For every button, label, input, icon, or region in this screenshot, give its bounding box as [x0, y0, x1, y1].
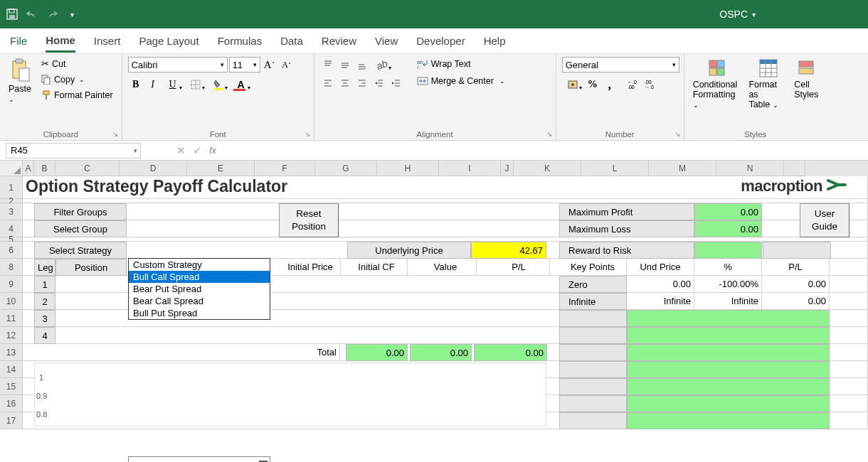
qat-customize-icon[interactable]: ▾ — [65, 8, 78, 21]
svg-rect-4 — [16, 59, 23, 63]
align-bottom-icon[interactable] — [354, 57, 370, 72]
col-header[interactable] — [784, 161, 805, 176]
font-size-combo[interactable]: 11▾ — [229, 57, 260, 72]
orientation-icon[interactable]: ab — [371, 57, 393, 72]
col-header[interactable]: M — [649, 161, 716, 176]
merge-center-button[interactable]: Merge & Center⌄ — [414, 74, 508, 88]
reset-position-button[interactable]: Reset Position — [279, 203, 339, 237]
tab-help[interactable]: Help — [484, 31, 506, 51]
percent-format-icon[interactable]: % — [585, 77, 600, 92]
font-color-button[interactable]: A — [231, 77, 252, 92]
col-header[interactable]: N — [716, 161, 784, 176]
name-box[interactable]: R45▾ — [6, 143, 141, 159]
accept-formula-icon[interactable]: ✓ — [193, 144, 202, 157]
fill-color-button[interactable] — [208, 77, 229, 92]
conditional-formatting-button[interactable]: ConditionalFormatting ⌄ — [690, 57, 745, 127]
align-left-icon[interactable] — [320, 75, 336, 91]
col-header[interactable]: A — [23, 161, 34, 176]
copy-button[interactable]: Copy⌄ — [38, 73, 116, 86]
number-launcher-icon[interactable]: ↘ — [672, 129, 682, 139]
strategy-option[interactable]: Custom Strategy — [129, 259, 270, 271]
row-header[interactable]: 9 — [0, 276, 23, 293]
leg-num: 2 — [34, 293, 55, 310]
underline-button[interactable]: U — [162, 77, 184, 92]
borders-button[interactable] — [185, 77, 206, 92]
row-header[interactable]: 12 — [0, 327, 23, 344]
tab-insert[interactable]: Insert — [94, 31, 121, 51]
alignment-launcher-icon[interactable]: ↘ — [544, 129, 554, 139]
row-header[interactable]: 16 — [0, 395, 23, 412]
row-header[interactable]: 6 — [0, 242, 23, 259]
col-header[interactable]: K — [514, 161, 581, 176]
col-header[interactable]: E — [187, 161, 255, 176]
decrease-font-icon[interactable]: A˅ — [279, 57, 295, 72]
align-top-icon[interactable] — [320, 57, 336, 72]
tab-view[interactable]: View — [375, 31, 398, 51]
align-center-icon[interactable] — [337, 75, 353, 91]
tab-developer[interactable]: Developer — [416, 31, 465, 51]
increase-decimal-icon[interactable]: ←.0.00 — [626, 77, 642, 92]
tab-formulas[interactable]: Formulas — [218, 31, 263, 51]
col-header[interactable]: F — [255, 161, 315, 176]
row-header[interactable]: 8 — [0, 259, 23, 276]
decrease-indent-icon[interactable] — [371, 75, 387, 91]
tab-data[interactable]: Data — [280, 31, 303, 51]
font-name-combo[interactable]: Calibri▾ — [128, 57, 228, 72]
row-header[interactable]: 13 — [0, 344, 23, 361]
row-header[interactable]: 15 — [0, 378, 23, 395]
align-right-icon[interactable] — [354, 75, 370, 91]
comma-format-icon[interactable]: , — [602, 77, 618, 92]
col-header[interactable]: G — [315, 161, 377, 176]
align-middle-icon[interactable] — [337, 57, 353, 72]
select-all-corner[interactable] — [0, 161, 23, 176]
tab-page-layout[interactable]: Page Layout — [139, 31, 199, 51]
col-header[interactable]: D — [120, 161, 187, 176]
filter-groups-select[interactable]: Named Groups — [128, 456, 270, 462]
format-as-table-button[interactable]: Format asTable ⌄ — [746, 57, 790, 127]
fx-icon[interactable]: fx — [209, 145, 216, 156]
svg-text:.00: .00 — [628, 85, 635, 90]
tab-home[interactable]: Home — [46, 30, 75, 53]
wrap-text-button[interactable]: abcWrap Text — [414, 57, 508, 71]
strategy-option[interactable]: Bear Call Spread — [129, 295, 270, 307]
cut-button[interactable]: ✂Cut — [38, 57, 116, 70]
row-header[interactable]: 10 — [0, 293, 23, 310]
bold-button[interactable]: B — [128, 77, 144, 92]
redo-icon[interactable] — [46, 8, 58, 21]
row-header[interactable]: 11 — [0, 310, 23, 327]
kp-r1-name: Zero — [559, 276, 627, 293]
col-header[interactable]: C — [55, 161, 120, 176]
col-header[interactable]: J — [501, 161, 514, 176]
underlying-price-value[interactable]: 42.67 — [471, 242, 546, 259]
increase-indent-icon[interactable] — [388, 75, 404, 91]
kp-green-row — [627, 395, 830, 412]
strategy-option[interactable]: Bull Put Spread — [129, 307, 270, 319]
tab-review[interactable]: Review — [322, 31, 356, 51]
accounting-format-icon[interactable] — [562, 77, 583, 92]
format-painter-button[interactable]: Format Painter — [38, 89, 116, 102]
save-icon[interactable] — [6, 8, 18, 21]
number-format-combo[interactable]: General▾ — [562, 57, 679, 72]
row-header[interactable]: 14 — [0, 361, 23, 378]
font-launcher-icon[interactable]: ↘ — [302, 129, 312, 139]
cell-styles-button[interactable]: CellStyles — [792, 57, 821, 127]
col-header[interactable]: H — [377, 161, 439, 176]
cancel-formula-icon[interactable]: ✕ — [176, 144, 186, 157]
col-header[interactable]: B — [34, 161, 55, 176]
row-header[interactable]: 17 — [0, 412, 23, 429]
undo-icon[interactable] — [26, 8, 38, 21]
tab-file[interactable]: File — [10, 31, 27, 51]
increase-font-icon[interactable]: A˄ — [262, 57, 277, 72]
paste-button[interactable]: Paste⌄ — [6, 57, 34, 127]
col-header[interactable]: L — [581, 161, 649, 176]
empty-hdr — [763, 242, 831, 259]
decrease-decimal-icon[interactable]: .00→.0 — [643, 77, 659, 92]
user-guide-button[interactable]: User Guide — [800, 203, 850, 237]
col-header[interactable]: I — [439, 161, 501, 176]
italic-button[interactable]: I — [145, 77, 161, 92]
strategy-dropdown-list[interactable]: Custom StrategyBull Call SpreadBear Put … — [128, 258, 270, 320]
strategy-option[interactable]: Bear Put Spread — [129, 283, 270, 295]
clipboard-launcher-icon[interactable]: ↘ — [110, 129, 120, 139]
row-header[interactable]: 3 — [0, 203, 23, 220]
strategy-option[interactable]: Bull Call Spread — [129, 271, 270, 283]
